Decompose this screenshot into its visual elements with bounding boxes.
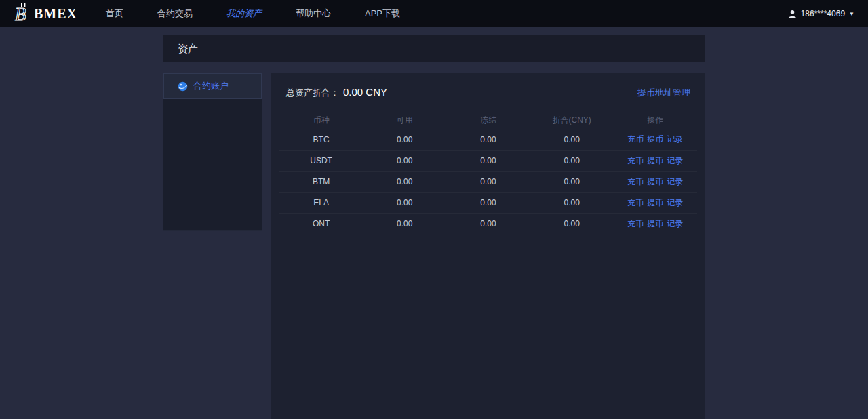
page-title-bar: 资产 <box>163 35 705 62</box>
assets-panel: 总资产折合： 0.00 CNY 提币地址管理 币种可用冻结折合(CNY)操作 B… <box>271 73 705 419</box>
row-actions: 充币 提币 记录 <box>614 155 697 167</box>
row-actions: 充币 提币 记录 <box>614 218 697 230</box>
records-link[interactable]: 记录 <box>667 176 683 188</box>
brand-name: BMEX <box>34 6 77 22</box>
frozen-value: 0.00 <box>446 135 530 144</box>
total-assets-value: 0.00 CNY <box>343 86 387 98</box>
row-actions: 充币 提币 记录 <box>614 197 697 209</box>
nav-item-3[interactable]: 帮助中心 <box>296 7 331 20</box>
frozen-value: 0.00 <box>446 156 530 165</box>
asset-table: 币种可用冻结折合(CNY)操作 BTC 0.00 0.00 0.00 充币 提币… <box>279 111 697 234</box>
table-row: ELA 0.00 0.00 0.00 充币 提币 记录 <box>279 192 697 213</box>
account-sidebar: 合约账户 <box>163 73 262 231</box>
available-value: 0.00 <box>363 156 446 165</box>
row-actions: 充币 提币 记录 <box>614 176 697 188</box>
table-row: BTM 0.00 0.00 0.00 充币 提币 记录 <box>279 171 697 192</box>
coin-name: ONT <box>279 219 363 228</box>
records-link[interactable]: 记录 <box>667 218 683 230</box>
nav-item-1[interactable]: 合约交易 <box>157 7 193 20</box>
records-link[interactable]: 记录 <box>667 197 683 209</box>
table-header-row: 币种可用冻结折合(CNY)操作 <box>279 111 697 129</box>
cny-equivalent-value: 0.00 <box>530 177 614 186</box>
column-header-3: 折合(CNY) <box>530 115 614 126</box>
withdraw-link[interactable]: 提币 <box>647 218 663 230</box>
withdraw-link[interactable]: 提币 <box>647 134 663 145</box>
coin-name: USDT <box>279 156 363 165</box>
table-body: BTC 0.00 0.00 0.00 充币 提币 记录 USDT 0.00 0.… <box>279 129 697 234</box>
nav-item-4[interactable]: APP下载 <box>365 7 400 20</box>
sidebar-item-contract-account[interactable]: 合约账户 <box>163 73 262 99</box>
svg-text:B: B <box>15 4 26 24</box>
records-link[interactable]: 记录 <box>667 155 683 167</box>
deposit-link[interactable]: 充币 <box>627 197 644 209</box>
deposit-link[interactable]: 充币 <box>627 155 644 167</box>
page-title: 资产 <box>178 43 198 56</box>
frozen-value: 0.00 <box>446 198 530 207</box>
nav-item-0[interactable]: 首页 <box>106 7 123 20</box>
chevron-down-icon: ▼ <box>849 11 854 17</box>
total-assets-label: 总资产折合： <box>286 87 339 99</box>
user-account-menu[interactable]: 186****4069 ▼ <box>788 9 854 18</box>
top-navigation: B BMEX 首页合约交易我的资产帮助中心APP下载 186****4069 ▼ <box>0 0 868 27</box>
page-container: 资产 合约账户 总资产折合： 0.00 CNY 提币地址管理 币种可用冻结折合 <box>163 35 705 419</box>
bitcoin-b-icon: B <box>14 3 31 24</box>
cny-equivalent-value: 0.00 <box>530 135 614 144</box>
frozen-value: 0.00 <box>446 177 530 186</box>
row-actions: 充币 提币 记录 <box>614 134 697 145</box>
available-value: 0.00 <box>363 177 446 186</box>
user-phone-masked: 186****4069 <box>801 9 845 18</box>
main-menu: 首页合约交易我的资产帮助中心APP下载 <box>106 7 400 20</box>
withdraw-link[interactable]: 提币 <box>647 197 663 209</box>
brand-logo[interactable]: B BMEX <box>14 3 77 24</box>
cny-equivalent-value: 0.00 <box>530 198 614 207</box>
cny-equivalent-value: 0.00 <box>530 156 614 165</box>
frozen-value: 0.00 <box>446 219 530 228</box>
table-row: ONT 0.00 0.00 0.00 充币 提币 记录 <box>279 213 697 234</box>
coin-name: BTC <box>279 135 363 144</box>
table-row: BTC 0.00 0.00 0.00 充币 提币 记录 <box>279 129 697 150</box>
available-value: 0.00 <box>363 198 446 207</box>
withdraw-address-manage-link[interactable]: 提币地址管理 <box>637 87 690 99</box>
available-value: 0.00 <box>363 219 446 228</box>
deposit-link[interactable]: 充币 <box>627 134 644 145</box>
column-header-4: 操作 <box>614 115 697 126</box>
column-header-0: 币种 <box>279 115 363 126</box>
deposit-link[interactable]: 充币 <box>627 218 644 230</box>
column-header-2: 冻结 <box>446 115 530 126</box>
withdraw-link[interactable]: 提币 <box>647 176 663 188</box>
coin-name: BTM <box>279 177 363 186</box>
user-icon <box>788 9 797 18</box>
withdraw-link[interactable]: 提币 <box>647 155 663 167</box>
table-row: USDT 0.00 0.00 0.00 充币 提币 记录 <box>279 150 697 171</box>
column-header-1: 可用 <box>363 115 446 126</box>
cny-equivalent-value: 0.00 <box>530 219 614 228</box>
globe-icon <box>178 81 188 92</box>
records-link[interactable]: 记录 <box>667 134 683 145</box>
sidebar-item-label: 合约账户 <box>193 80 229 92</box>
coin-name: ELA <box>279 198 363 207</box>
deposit-link[interactable]: 充币 <box>627 176 644 188</box>
available-value: 0.00 <box>363 135 446 144</box>
nav-item-2[interactable]: 我的资产 <box>226 7 262 20</box>
